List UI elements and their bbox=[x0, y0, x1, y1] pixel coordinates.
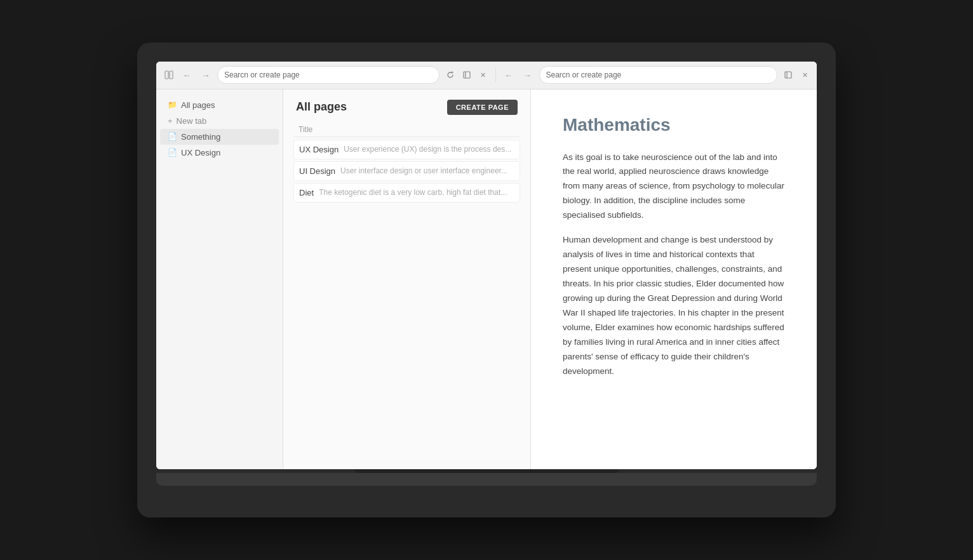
svg-rect-3 bbox=[785, 72, 791, 78]
page-name: Diet bbox=[299, 188, 314, 197]
page-preview: The ketogenic diet is a very low carb, h… bbox=[319, 188, 507, 197]
sidebar-new-tab[interactable]: + New tab bbox=[160, 113, 279, 129]
collapse-sidebar-btn[interactable] bbox=[161, 67, 177, 83]
right-tab-section: ← → Searcn or create page ✕ bbox=[501, 66, 812, 84]
back-btn-left[interactable]: ← bbox=[179, 67, 194, 83]
close-btn-right[interactable]: ✕ bbox=[798, 68, 812, 82]
article-title: Mathematics bbox=[563, 115, 785, 135]
article-paragraph-2: Human development and change is best und… bbox=[563, 233, 785, 378]
page-row-diet[interactable]: Diet The ketogenic diet is a very low ca… bbox=[293, 183, 520, 203]
forward-btn-right[interactable]: → bbox=[520, 67, 535, 83]
left-panel: All pages CREATE PAGE Title UX Design Us… bbox=[283, 90, 531, 470]
search-bar-left[interactable]: Searcn or create page bbox=[217, 66, 440, 84]
search-bar-right[interactable]: Searcn or create page bbox=[539, 66, 778, 84]
plus-icon: + bbox=[168, 116, 173, 126]
article-paragraph-1: As its goal is to take neuroscience out … bbox=[563, 150, 785, 223]
page-icon-something: 📄 bbox=[168, 132, 177, 141]
back-btn-right[interactable]: ← bbox=[501, 67, 516, 83]
all-pages-label: All pages bbox=[181, 100, 215, 110]
ux-design-label: UX Design bbox=[181, 148, 220, 157]
svg-rect-0 bbox=[165, 71, 168, 79]
panel-title: All pages bbox=[296, 100, 347, 114]
divider bbox=[495, 67, 496, 83]
something-label: Something bbox=[181, 132, 220, 142]
tab-actions-right: ✕ bbox=[781, 68, 812, 82]
right-panel: Mathematics As its goal is to take neuro… bbox=[531, 90, 817, 470]
page-preview: User experience (UX) design is the proce… bbox=[344, 145, 511, 154]
sidebar-item-all-pages[interactable]: 📁 All pages bbox=[160, 97, 279, 113]
top-bar: ← → Searcn or create page bbox=[156, 62, 817, 90]
svg-rect-2 bbox=[464, 72, 470, 78]
sidebar: 📁 All pages + New tab 📄 Something 📄 UX D… bbox=[156, 90, 283, 470]
table-header: Title bbox=[293, 123, 520, 137]
sidebar-item-something[interactable]: 📄 Something bbox=[160, 129, 279, 145]
left-tab-section: ← → Searcn or create page bbox=[179, 66, 490, 84]
main-area: 📁 All pages + New tab 📄 Something 📄 UX D… bbox=[156, 90, 817, 470]
create-page-button[interactable]: CREATE PAGE bbox=[447, 100, 518, 115]
search-text-left: Searcn or create page bbox=[224, 70, 300, 79]
reload-btn[interactable] bbox=[443, 68, 457, 82]
page-row-ui-design[interactable]: UI Design User interface design or user … bbox=[293, 161, 520, 181]
page-icon-ux: 📄 bbox=[168, 148, 177, 157]
page-preview: User interface design or user interface … bbox=[340, 166, 507, 175]
article-body: As its goal is to take neuroscience out … bbox=[563, 150, 785, 379]
sidebar-item-ux-design[interactable]: 📄 UX Design bbox=[160, 145, 279, 161]
page-row-ux-design[interactable]: UX Design User experience (UX) design is… bbox=[293, 140, 520, 159]
search-text-right: Searcn or create page bbox=[546, 70, 622, 79]
tab-actions-left: ✕ bbox=[443, 68, 490, 82]
page-name: UI Design bbox=[299, 166, 335, 176]
close-btn-left[interactable]: ✕ bbox=[476, 68, 490, 82]
pages-table: Title UX Design User experience (UX) des… bbox=[283, 123, 530, 204]
expand-btn-left[interactable] bbox=[460, 68, 474, 82]
page-name: UX Design bbox=[299, 145, 339, 154]
svg-rect-1 bbox=[170, 71, 173, 79]
folder-icon: 📁 bbox=[168, 100, 177, 109]
new-tab-label: New tab bbox=[177, 116, 207, 126]
expand-btn-right[interactable] bbox=[781, 68, 795, 82]
panel-header: All pages CREATE PAGE bbox=[283, 90, 530, 123]
forward-btn-left[interactable]: → bbox=[198, 67, 213, 83]
